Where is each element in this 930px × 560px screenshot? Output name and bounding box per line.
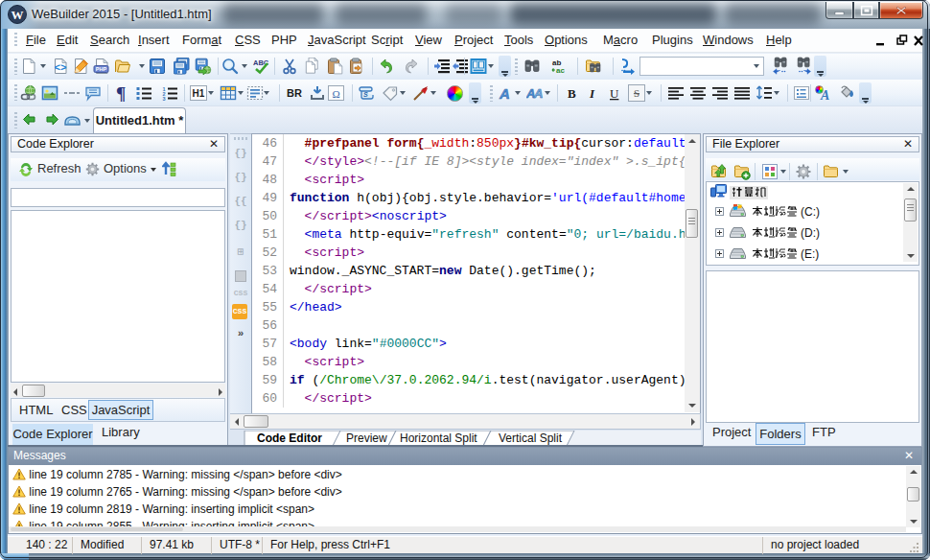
svg-text:A: A [499,85,510,102]
svg-text:B: B [568,86,576,101]
svg-text:Vertical Split: Vertical Split [499,432,563,445]
svg-text:U: U [610,86,619,101]
svg-text:A: A [533,86,543,101]
svg-text:ac: ac [556,66,565,75]
svg-text:BR: BR [287,87,302,99]
svg-text:Ω: Ω [332,88,339,100]
svg-text:Code Editor: Code Editor [257,432,322,445]
svg-text:3: 3 [163,96,166,102]
svg-text:PHP: PHP [96,66,107,72]
svg-text:Preview: Preview [346,432,387,445]
svg-text:I: I [589,86,595,101]
svg-text:S: S [363,91,368,98]
svg-text:H1: H1 [193,88,205,99]
svg-text:A: A [820,88,829,102]
svg-text:<>: <> [55,61,67,73]
svg-text:Horizontal Split: Horizontal Split [400,432,477,445]
svg-text:¶: ¶ [116,84,126,102]
svg-text:S: S [634,87,639,99]
svg-text:W: W [12,8,24,22]
